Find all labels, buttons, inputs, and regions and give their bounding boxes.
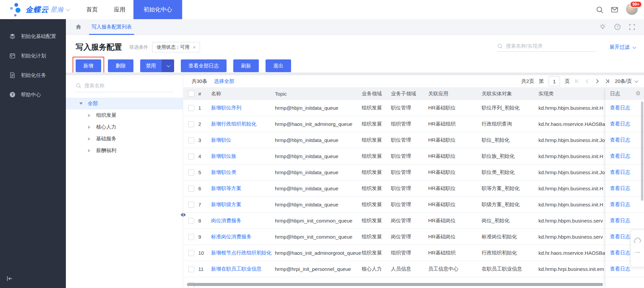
messages-icon[interactable] [611,6,618,13]
column-header-num[interactable]: # [198,91,211,97]
row-checkbox[interactable] [188,121,194,127]
log-row: 查看日志 [605,181,644,197]
view-log-link[interactable]: 查看日志 [610,169,630,176]
row-index: 10 [198,250,211,256]
next-page-icon[interactable] [595,79,600,84]
column-header-app[interactable]: 关联应用 [428,91,482,97]
tab-write-service-config-list[interactable]: 写入服务配置列表 [90,19,133,35]
row-name-link[interactable]: 新增职位 [211,137,231,143]
list-search-input[interactable]: 搜索名称/实现类 [497,43,597,52]
add-button[interactable]: 新增 [76,59,101,72]
column-header-topic[interactable]: Topic [275,91,362,97]
horizontal-scrollbar[interactable] [187,283,603,286]
row-name-link[interactable]: 新增职级方案 [211,201,241,207]
page-size-select[interactable]: 20条/页 [615,78,637,85]
row-checkbox[interactable] [188,105,194,111]
view-log-link[interactable]: 查看日志 [610,105,630,111]
row-checkbox[interactable] [188,170,194,176]
layers-icon [9,33,16,40]
expand-filter-link[interactable]: 展开过滤 [609,44,635,50]
row-name-link[interactable]: 新增根节点行政组织初始化 [211,250,272,255]
column-header-name[interactable]: 名称 [211,91,275,97]
disable-button-label[interactable]: 禁用 [140,59,162,72]
view-log-link[interactable]: 查看日志 [610,218,630,224]
select-all-link[interactable]: 选择全部 [214,78,234,85]
row-checkbox[interactable] [188,186,194,192]
view-log-link[interactable]: 查看日志 [610,250,630,256]
nav-init-center[interactable]: 初始化中心 [133,0,182,19]
tree-collapse-icon[interactable] [88,137,90,141]
row-name-link[interactable]: 新增职位类 [211,169,236,175]
fullscreen-icon[interactable] [629,24,635,30]
row-checkbox[interactable] [188,153,194,159]
first-page-icon[interactable] [574,79,580,84]
row-name-link[interactable]: 岗位消费服务 [211,218,241,223]
expand-right-icon[interactable] [184,213,186,217]
tree-node-base-service[interactable]: 基础服务 [66,133,183,145]
sidebar-item-init-task[interactable]: 初始化任务 [0,65,66,85]
view-log-link[interactable]: 查看日志 [610,153,630,159]
nav-apps[interactable]: 应用 [106,0,133,19]
row-checkbox[interactable] [188,202,194,208]
column-header-impl[interactable]: 实现类 [538,91,606,97]
delete-button[interactable]: 删除 [108,59,133,72]
help-icon[interactable]: ? [614,23,621,30]
collapse-left-icon[interactable] [180,213,183,217]
view-log-link[interactable]: 查看日志 [610,266,630,272]
tree-collapse-icon[interactable] [88,114,90,117]
select-all-checkbox[interactable] [188,91,194,97]
tree-node-org-development[interactable]: 组织发展 [66,109,183,121]
filter-chip-close-icon[interactable]: × [193,45,196,50]
row-index: 6 [198,186,211,191]
view-all-logs-button[interactable]: 查看全部日志 [181,59,227,72]
tree-collapse-icon[interactable] [88,126,90,129]
view-log-link[interactable]: 查看日志 [610,201,630,208]
row-name-link[interactable]: 新增职位族 [211,153,236,159]
nav-home[interactable]: 首页 [78,0,106,19]
sidebar-item-init-base-config[interactable]: 初始化基础配置 [0,27,66,46]
tree-search-input[interactable]: 搜索名称 [76,83,173,92]
row-name-link[interactable]: 新增行政组织初始化 [211,121,256,127]
view-log-link[interactable]: 查看日志 [610,234,630,240]
view-log-link[interactable]: 查看日志 [610,121,630,127]
row-checkbox[interactable] [188,250,194,256]
brand-chevron-down-icon[interactable] [66,7,70,11]
prev-page-icon[interactable] [585,79,590,84]
tree-expand-icon[interactable] [79,102,83,105]
row-checkbox[interactable] [188,137,194,143]
row-name-link[interactable]: 新增职等方案 [211,185,241,191]
assistant-float-button[interactable] [631,230,644,267]
view-log-link[interactable]: 查看日志 [610,185,630,192]
row-name-link[interactable]: 标准岗位消费服务 [211,234,251,239]
sidebar-collapse-icon[interactable] [6,275,13,283]
sidebar-item-help-center[interactable]: ? 帮助中心 [0,85,66,104]
row-checkbox[interactable] [188,266,194,272]
column-header-subdomain[interactable]: 业务子领域 [391,91,428,97]
global-search-icon[interactable] [596,6,603,13]
page-number-input[interactable]: 1 [549,76,560,86]
tree-node-all[interactable]: 全部 [66,98,183,109]
home-icon[interactable] [75,24,82,30]
last-page-icon[interactable] [605,79,610,84]
view-log-link[interactable]: 查看日志 [610,137,630,143]
row-checkbox[interactable] [188,234,194,240]
tree-node-core-hr[interactable]: 核心人力 [66,121,183,133]
panel-splitter[interactable] [180,213,186,217]
filter-chip-status[interactable]: 使用状态：可用 × [152,42,200,52]
sidebar-item-init-plan[interactable]: 初始化计划 [0,46,66,65]
refresh-button[interactable]: 刷新 [233,59,259,72]
brand-logo[interactable]: 金蝶云 星瀚 [9,2,69,17]
column-settings-gear-icon[interactable]: ⚙ [636,90,641,97]
column-header-domain[interactable]: 业务领域 [362,91,391,97]
disable-dropdown-arrow[interactable] [162,59,174,72]
row-name-link[interactable]: 新增职位序列 [211,105,241,110]
exit-button[interactable]: 退出 [266,59,291,72]
disable-split-button[interactable]: 禁用 [140,59,174,72]
column-header-entity[interactable]: 关联实体对象 [482,91,538,97]
tree-collapse-icon[interactable] [88,149,90,152]
row-name-link[interactable]: 新增在职员工职业信息 [211,266,261,272]
tree-node-compensation[interactable]: 薪酬福利 [66,145,183,156]
theme-bulb-icon[interactable] [599,23,606,30]
vertical-scrollbar[interactable] [641,101,643,201]
row-checkbox[interactable] [188,218,194,224]
